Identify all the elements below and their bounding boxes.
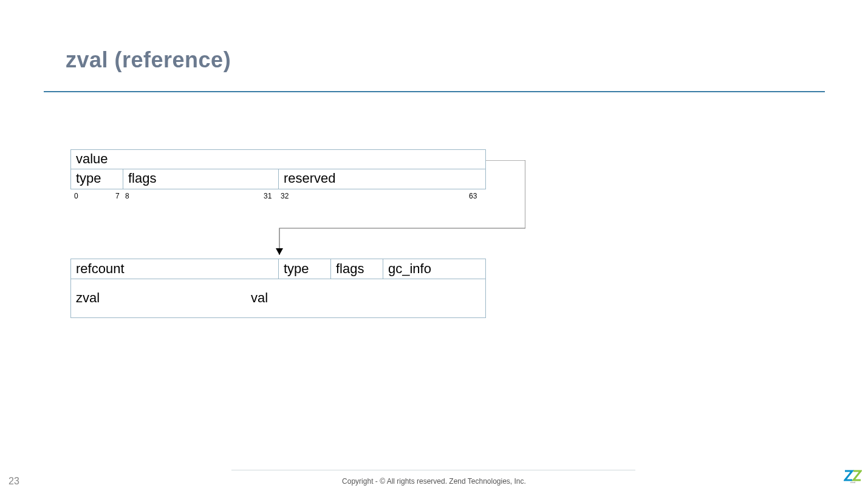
label-val: val	[251, 290, 268, 306]
field-reserved: reserved	[279, 169, 485, 189]
page-number: 23	[9, 476, 19, 487]
bit-8: 8	[125, 192, 129, 200]
field-type: type	[71, 169, 123, 189]
bit-31: 31	[264, 192, 272, 200]
field-flags-2: flags	[331, 259, 383, 279]
field-flags: flags	[123, 169, 279, 189]
bit-numbers: 0 7 8 31 32 63	[70, 192, 486, 203]
bit-0: 0	[74, 192, 78, 200]
field-value: value	[70, 149, 486, 169]
footer-rule	[231, 470, 635, 470]
bit-63: 63	[469, 192, 477, 200]
zend-logo-icon: zend	[844, 470, 862, 483]
bit-32: 32	[281, 192, 289, 200]
refcounted-struct-bottom: refcount type flags gc_info zval val	[70, 259, 486, 318]
zval-row2: type flags reserved	[70, 169, 486, 189]
refcounted-val-row: zval val	[70, 279, 486, 318]
refcounted-header-row: refcount type flags gc_info	[70, 259, 486, 279]
bit-7: 7	[115, 192, 120, 200]
slide-title: zval (reference)	[66, 47, 231, 73]
zend-logo-text: zend	[850, 481, 856, 483]
field-type-2: type	[279, 259, 331, 279]
label-zval: zval	[76, 290, 100, 306]
field-refcount: refcount	[71, 259, 279, 279]
field-gc-info: gc_info	[383, 259, 485, 279]
zval-struct-top: value type flags reserved 0 7 8 31 32 63	[70, 149, 486, 203]
footer-copyright: Copyright - © All rights reserved. Zend …	[0, 477, 868, 486]
title-rule	[44, 91, 825, 92]
